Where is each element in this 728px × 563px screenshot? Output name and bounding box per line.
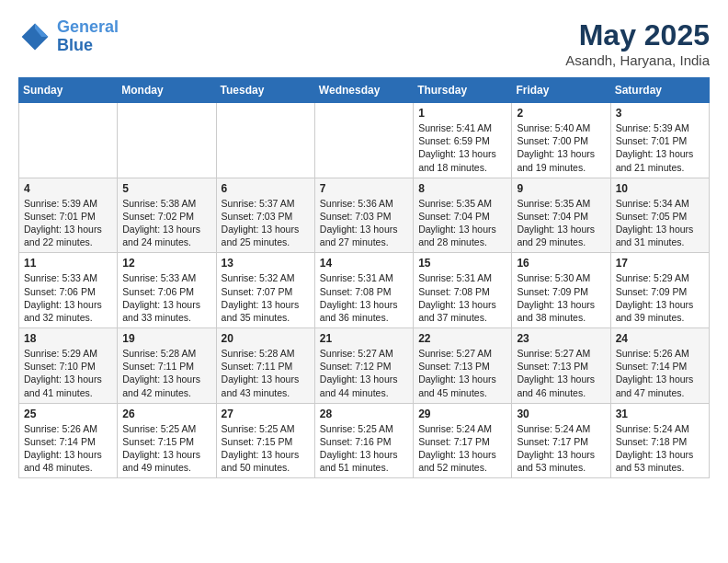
- day-cell: [19, 103, 118, 178]
- day-cell: 12Sunrise: 5:33 AM Sunset: 7:06 PM Dayli…: [118, 253, 216, 328]
- day-cell: [216, 103, 314, 178]
- day-info: Sunrise: 5:37 AM Sunset: 7:03 PM Dayligh…: [222, 197, 310, 249]
- day-info: Sunrise: 5:39 AM Sunset: 7:01 PM Dayligh…: [24, 197, 112, 249]
- day-number: 20: [222, 332, 310, 345]
- day-info: Sunrise: 5:31 AM Sunset: 7:08 PM Dayligh…: [418, 271, 506, 324]
- day-info: Sunrise: 5:24 AM Sunset: 7:17 PM Dayligh…: [418, 422, 506, 475]
- day-cell: 31Sunrise: 5:24 AM Sunset: 7:18 PM Dayli…: [610, 403, 709, 478]
- day-info: Sunrise: 5:28 AM Sunset: 7:11 PM Dayligh…: [222, 347, 310, 399]
- day-cell: 5Sunrise: 5:38 AM Sunset: 7:02 PM Daylig…: [118, 178, 216, 253]
- day-info: Sunrise: 5:24 AM Sunset: 7:18 PM Dayligh…: [616, 422, 704, 475]
- day-number: 16: [517, 257, 605, 270]
- day-cell: 29Sunrise: 5:24 AM Sunset: 7:17 PM Dayli…: [414, 403, 512, 478]
- day-info: Sunrise: 5:35 AM Sunset: 7:04 PM Dayligh…: [517, 197, 605, 249]
- day-number: 19: [122, 332, 210, 345]
- day-cell: 17Sunrise: 5:29 AM Sunset: 7:09 PM Dayli…: [610, 253, 709, 328]
- day-cell: [314, 103, 413, 178]
- day-info: Sunrise: 5:28 AM Sunset: 7:11 PM Dayligh…: [122, 347, 210, 399]
- day-info: Sunrise: 5:36 AM Sunset: 7:03 PM Dayligh…: [320, 197, 408, 249]
- day-cell: 23Sunrise: 5:27 AM Sunset: 7:13 PM Dayli…: [512, 328, 610, 404]
- day-number: 30: [517, 408, 605, 420]
- day-info: Sunrise: 5:25 AM Sunset: 7:15 PM Dayligh…: [122, 422, 210, 475]
- day-info: Sunrise: 5:33 AM Sunset: 7:06 PM Dayligh…: [122, 271, 210, 324]
- day-cell: 21Sunrise: 5:27 AM Sunset: 7:12 PM Dayli…: [314, 328, 413, 404]
- weekday-saturday: Saturday: [610, 78, 709, 103]
- day-cell: 26Sunrise: 5:25 AM Sunset: 7:15 PM Dayli…: [118, 403, 216, 478]
- day-cell: [118, 103, 216, 178]
- logo: General Blue: [18, 18, 119, 55]
- day-info: Sunrise: 5:29 AM Sunset: 7:09 PM Dayligh…: [616, 271, 704, 324]
- day-cell: 27Sunrise: 5:25 AM Sunset: 7:15 PM Dayli…: [216, 403, 314, 478]
- week-row-1: 1Sunrise: 5:41 AM Sunset: 6:59 PM Daylig…: [19, 103, 710, 178]
- weekday-thursday: Thursday: [414, 78, 512, 103]
- day-info: Sunrise: 5:26 AM Sunset: 7:14 PM Dayligh…: [24, 422, 112, 475]
- day-cell: 8Sunrise: 5:35 AM Sunset: 7:04 PM Daylig…: [414, 178, 512, 253]
- day-cell: 30Sunrise: 5:24 AM Sunset: 7:17 PM Dayli…: [512, 403, 610, 478]
- day-number: 11: [24, 257, 112, 270]
- logo-icon: [18, 20, 51, 53]
- day-number: 24: [616, 332, 704, 345]
- day-cell: 4Sunrise: 5:39 AM Sunset: 7:01 PM Daylig…: [19, 178, 118, 253]
- day-info: Sunrise: 5:34 AM Sunset: 7:05 PM Dayligh…: [616, 197, 704, 249]
- day-number: 8: [418, 182, 506, 195]
- day-cell: 18Sunrise: 5:29 AM Sunset: 7:10 PM Dayli…: [19, 328, 118, 404]
- day-number: 9: [517, 182, 605, 195]
- day-number: 14: [320, 257, 408, 270]
- day-cell: 10Sunrise: 5:34 AM Sunset: 7:05 PM Dayli…: [610, 178, 709, 253]
- day-number: 3: [616, 107, 704, 120]
- day-number: 6: [222, 182, 310, 195]
- day-info: Sunrise: 5:38 AM Sunset: 7:02 PM Dayligh…: [122, 197, 210, 249]
- day-cell: 24Sunrise: 5:26 AM Sunset: 7:14 PM Dayli…: [610, 328, 709, 404]
- week-row-4: 18Sunrise: 5:29 AM Sunset: 7:10 PM Dayli…: [19, 328, 710, 404]
- weekday-sunday: Sunday: [19, 78, 118, 103]
- week-row-5: 25Sunrise: 5:26 AM Sunset: 7:14 PM Dayli…: [19, 403, 710, 478]
- month-title: May 2025: [565, 18, 710, 52]
- day-info: Sunrise: 5:27 AM Sunset: 7:13 PM Dayligh…: [418, 347, 506, 399]
- day-info: Sunrise: 5:29 AM Sunset: 7:10 PM Dayligh…: [24, 347, 112, 399]
- day-cell: 2Sunrise: 5:40 AM Sunset: 7:00 PM Daylig…: [512, 103, 610, 178]
- day-cell: 14Sunrise: 5:31 AM Sunset: 7:08 PM Dayli…: [314, 253, 413, 328]
- location-subtitle: Asandh, Haryana, India: [565, 52, 710, 68]
- day-number: 5: [122, 182, 210, 195]
- day-cell: 6Sunrise: 5:37 AM Sunset: 7:03 PM Daylig…: [216, 178, 314, 253]
- day-cell: 3Sunrise: 5:39 AM Sunset: 7:01 PM Daylig…: [610, 103, 709, 178]
- day-number: 13: [222, 257, 310, 270]
- weekday-friday: Friday: [512, 78, 610, 103]
- day-number: 2: [517, 107, 605, 120]
- day-info: Sunrise: 5:39 AM Sunset: 7:01 PM Dayligh…: [616, 121, 704, 174]
- day-number: 15: [418, 257, 506, 270]
- day-number: 27: [222, 408, 310, 420]
- day-info: Sunrise: 5:27 AM Sunset: 7:13 PM Dayligh…: [517, 347, 605, 399]
- day-number: 29: [418, 408, 506, 420]
- day-number: 17: [616, 257, 704, 270]
- weekday-monday: Monday: [118, 78, 216, 103]
- day-info: Sunrise: 5:41 AM Sunset: 6:59 PM Dayligh…: [418, 121, 506, 174]
- day-cell: 25Sunrise: 5:26 AM Sunset: 7:14 PM Dayli…: [19, 403, 118, 478]
- day-cell: 11Sunrise: 5:33 AM Sunset: 7:06 PM Dayli…: [19, 253, 118, 328]
- day-number: 21: [320, 332, 408, 345]
- day-number: 7: [320, 182, 408, 195]
- day-cell: 20Sunrise: 5:28 AM Sunset: 7:11 PM Dayli…: [216, 328, 314, 404]
- weekday-wednesday: Wednesday: [314, 78, 413, 103]
- day-number: 10: [616, 182, 704, 195]
- day-cell: 9Sunrise: 5:35 AM Sunset: 7:04 PM Daylig…: [512, 178, 610, 253]
- calendar-header: SundayMondayTuesdayWednesdayThursdayFrid…: [19, 78, 710, 103]
- day-number: 31: [616, 408, 704, 420]
- day-number: 18: [24, 332, 112, 345]
- day-info: Sunrise: 5:25 AM Sunset: 7:16 PM Dayligh…: [320, 422, 408, 475]
- weekday-header-row: SundayMondayTuesdayWednesdayThursdayFrid…: [19, 78, 710, 103]
- day-number: 25: [24, 408, 112, 420]
- day-info: Sunrise: 5:27 AM Sunset: 7:12 PM Dayligh…: [320, 347, 408, 399]
- day-info: Sunrise: 5:32 AM Sunset: 7:07 PM Dayligh…: [222, 271, 310, 324]
- day-info: Sunrise: 5:25 AM Sunset: 7:15 PM Dayligh…: [222, 422, 310, 475]
- day-cell: 13Sunrise: 5:32 AM Sunset: 7:07 PM Dayli…: [216, 253, 314, 328]
- logo-text: General Blue: [57, 18, 119, 55]
- day-number: 23: [517, 332, 605, 345]
- week-row-2: 4Sunrise: 5:39 AM Sunset: 7:01 PM Daylig…: [19, 178, 710, 253]
- day-info: Sunrise: 5:30 AM Sunset: 7:09 PM Dayligh…: [517, 271, 605, 324]
- day-info: Sunrise: 5:31 AM Sunset: 7:08 PM Dayligh…: [320, 271, 408, 324]
- day-cell: 28Sunrise: 5:25 AM Sunset: 7:16 PM Dayli…: [314, 403, 413, 478]
- day-cell: 19Sunrise: 5:28 AM Sunset: 7:11 PM Dayli…: [118, 328, 216, 404]
- day-number: 28: [320, 408, 408, 420]
- day-cell: 15Sunrise: 5:31 AM Sunset: 7:08 PM Dayli…: [414, 253, 512, 328]
